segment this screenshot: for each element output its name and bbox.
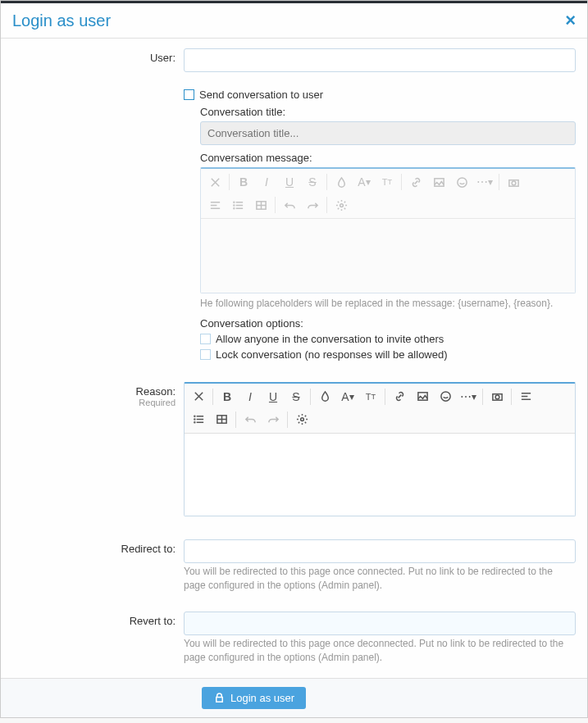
list-icon[interactable]: [227, 195, 248, 215]
conversation-message-label: Conversation message:: [200, 152, 576, 164]
user-label: User:: [150, 52, 175, 64]
underline-icon[interactable]: U: [262, 387, 284, 407]
color-icon[interactable]: [330, 172, 352, 192]
allow-invite-checkbox[interactable]: [200, 334, 211, 344]
svg-point-4: [233, 202, 234, 202]
reason-editor: B I U S A▾ TT ⋯▾: [184, 382, 576, 516]
svg-rect-18: [217, 698, 223, 703]
align-icon[interactable]: [204, 195, 226, 215]
conversation-placeholder-hint: He following placeholders will be replac…: [200, 297, 576, 311]
login-as-user-dialog: Login as user × User: Send conversation …: [0, 0, 588, 718]
allow-invite-label: Allow anyone in the conversation to invi…: [216, 333, 444, 345]
emoji-icon[interactable]: [451, 172, 472, 192]
send-conversation-checkbox[interactable]: [184, 89, 194, 100]
strike-icon[interactable]: S: [302, 172, 323, 192]
underline-icon[interactable]: U: [279, 172, 300, 192]
user-input[interactable]: [184, 48, 576, 72]
svg-point-8: [340, 203, 343, 207]
revert-hint: You will be redirected to this page once…: [184, 637, 576, 665]
svg-point-12: [495, 395, 499, 399]
conversation-title-label: Conversation title:: [200, 106, 576, 118]
redo-icon[interactable]: [262, 410, 284, 430]
font-icon[interactable]: A▾: [337, 387, 358, 407]
settings-icon[interactable]: [291, 410, 312, 430]
editor-toolbar: B I U S A▾ TT: [201, 169, 575, 219]
svg-point-5: [233, 205, 234, 206]
strike-icon[interactable]: S: [285, 387, 307, 407]
revert-input[interactable]: [184, 612, 576, 635]
submit-label: Login as user: [230, 692, 294, 704]
more-icon[interactable]: ⋯▾: [474, 172, 495, 192]
svg-point-13: [194, 416, 194, 417]
align-icon[interactable]: [515, 387, 536, 407]
image-icon[interactable]: [428, 172, 449, 192]
reason-required: Required: [1, 398, 175, 407]
clear-format-icon[interactable]: [204, 172, 226, 192]
conversation-options-label: Conversation options:: [200, 317, 576, 330]
bold-icon[interactable]: B: [217, 387, 238, 407]
conversation-title-input[interactable]: [200, 121, 576, 145]
svg-point-15: [194, 422, 194, 423]
color-icon[interactable]: [314, 387, 335, 407]
italic-icon[interactable]: I: [256, 172, 277, 192]
svg-point-14: [194, 419, 194, 420]
dialog-titlebar: Login as user ×: [1, 1, 587, 39]
italic-icon[interactable]: I: [239, 387, 261, 407]
camera-icon[interactable]: [503, 172, 524, 192]
undo-icon[interactable]: [279, 195, 300, 215]
lock-icon: [213, 692, 226, 704]
conversation-message-editor: B I U S A▾ TT: [200, 167, 576, 293]
svg-point-6: [233, 207, 234, 208]
revert-label: Revert to:: [130, 615, 175, 627]
camera-icon[interactable]: [486, 387, 508, 407]
font-icon[interactable]: A▾: [353, 172, 375, 192]
table-icon[interactable]: [250, 195, 271, 215]
list-icon[interactable]: [188, 410, 209, 430]
svg-point-17: [300, 418, 303, 421]
dialog-title: Login as user: [12, 11, 111, 30]
undo-icon[interactable]: [239, 410, 261, 430]
redirect-hint: You will be redirected to this page once…: [184, 565, 576, 593]
editor-toolbar: B I U S A▾ TT ⋯▾: [185, 384, 575, 434]
svg-point-3: [512, 181, 516, 185]
svg-point-10: [440, 392, 449, 401]
redirect-input[interactable]: [184, 539, 576, 563]
link-icon[interactable]: [405, 172, 426, 192]
dialog-footer: Login as user: [1, 678, 587, 717]
clear-format-icon[interactable]: [188, 387, 209, 407]
bold-icon[interactable]: B: [233, 172, 254, 192]
size-icon[interactable]: TT: [360, 387, 381, 407]
image-icon[interactable]: [412, 387, 433, 407]
more-icon[interactable]: ⋯▾: [458, 387, 479, 407]
redo-icon[interactable]: [302, 195, 323, 215]
login-as-user-button[interactable]: Login as user: [202, 687, 306, 709]
send-conversation-label: Send conversation to user: [199, 89, 323, 101]
emoji-icon[interactable]: [435, 387, 456, 407]
table-icon[interactable]: [211, 410, 232, 430]
reason-area[interactable]: [185, 434, 575, 516]
conversation-message-area[interactable]: [201, 219, 575, 293]
close-icon[interactable]: ×: [565, 10, 576, 31]
size-icon[interactable]: TT: [376, 172, 398, 192]
lock-conversation-label: Lock conversation (no responses will be …: [216, 348, 448, 361]
reason-label: Reason:: [136, 385, 175, 398]
link-icon[interactable]: [389, 387, 410, 407]
svg-point-1: [457, 177, 466, 186]
lock-conversation-checkbox[interactable]: [200, 349, 211, 360]
settings-icon[interactable]: [330, 195, 352, 215]
redirect-label: Redirect to:: [121, 543, 175, 555]
